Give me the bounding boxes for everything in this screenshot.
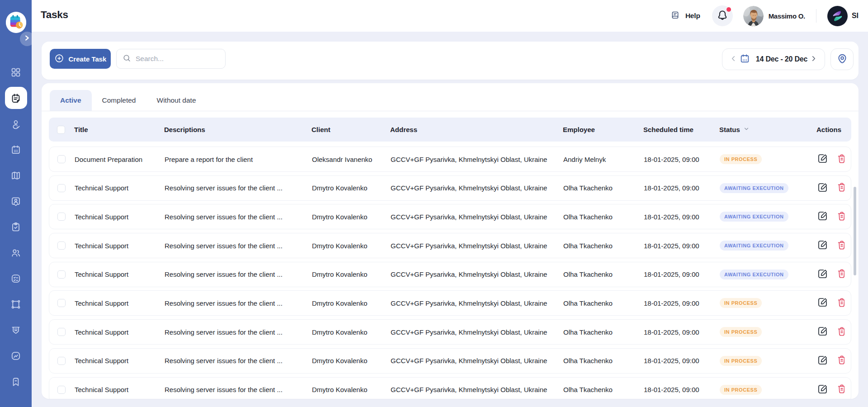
topbar: Tasks Help <box>32 0 868 32</box>
edit-row-button[interactable] <box>817 182 828 194</box>
cell-client: Dmytro Kovalenko <box>312 184 387 192</box>
delete-row-button[interactable] <box>836 240 844 252</box>
cell-description: Prepare a report for the client <box>165 156 308 163</box>
trash-icon <box>836 182 844 194</box>
sidebar-item-warehouse[interactable] <box>5 319 27 341</box>
map-view-button[interactable] <box>830 48 854 70</box>
cell-address: GCCV+GF Pysarivka, Khmelnytskyi Oblast, … <box>391 184 560 192</box>
edit-row-button[interactable] <box>817 326 828 338</box>
tab-without-date[interactable]: Without date <box>146 90 207 111</box>
cell-address: GCCV+GF Pysarivka, Khmelnytskyi Oblast, … <box>391 299 560 307</box>
row-checkbox[interactable] <box>57 299 66 307</box>
cell-scheduled-time: 18-01-2025, 09:00 <box>644 270 716 278</box>
edit-row-button[interactable] <box>817 153 828 166</box>
sidebar-item-map[interactable] <box>5 164 27 186</box>
search-input[interactable] <box>136 55 226 63</box>
workspace-menu[interactable]: SI <box>827 6 859 26</box>
cell-title: Technical Support <box>75 270 160 278</box>
cell-employee: Olha Tkachenko <box>563 386 640 393</box>
sort-chevron-icon <box>743 126 750 133</box>
delete-row-button[interactable] <box>836 355 844 367</box>
cell-address: GCCV+GF Pysarivka, Khmelnytskyi Oblast, … <box>391 156 560 163</box>
cell-client: Dmytro Kovalenko <box>312 299 387 307</box>
delete-row-button[interactable] <box>836 153 844 166</box>
delete-row-button[interactable] <box>836 182 844 194</box>
select-all-checkbox[interactable] <box>57 126 65 134</box>
date-range-picker: 14 Dec - 20 Dec <box>722 48 825 70</box>
sidebar-expand-button[interactable] <box>20 32 32 46</box>
sidebar-item-dashboard[interactable] <box>5 61 27 83</box>
date-next-button[interactable] <box>809 54 818 65</box>
edit-row-button[interactable] <box>817 210 828 223</box>
row-checkbox[interactable] <box>57 213 66 221</box>
clients-icon <box>10 118 21 129</box>
cell-title: Technical Support <box>75 184 160 192</box>
sidebar-item-tasks[interactable] <box>5 87 27 109</box>
cell-client: Dmytro Kovalenko <box>312 386 387 393</box>
edit-row-button[interactable] <box>817 355 828 367</box>
sidebar-item-team[interactable] <box>5 241 27 264</box>
cell-employee: Olha Tkachenko <box>563 299 640 307</box>
delete-row-button[interactable] <box>836 383 844 396</box>
col-employee: Employee <box>563 126 640 133</box>
user-menu[interactable]: Massimo O. <box>743 6 805 26</box>
edit-row-button[interactable] <box>817 268 828 281</box>
edit-row-button[interactable] <box>817 297 828 309</box>
cell-scheduled-time: 18-01-2025, 09:00 <box>644 357 716 364</box>
notification-dot <box>726 7 731 12</box>
cell-scheduled-time: 18-01-2025, 09:00 <box>644 328 716 336</box>
bookmarks-icon <box>10 376 21 387</box>
checklist-icon <box>10 273 21 284</box>
edit-pencil-icon <box>817 182 828 194</box>
delete-row-button[interactable] <box>836 326 844 338</box>
row-checkbox[interactable] <box>57 155 66 163</box>
sidebar-item-bookmarks[interactable] <box>5 370 27 393</box>
delete-row-button[interactable] <box>836 268 844 280</box>
page-title: Tasks <box>41 9 68 21</box>
col-descriptions: Descriptions <box>164 126 308 133</box>
tab-active[interactable]: Active <box>50 90 92 111</box>
edit-pencil-icon <box>817 268 828 281</box>
sidebar-item-employee-card[interactable] <box>5 190 27 212</box>
row-checkbox[interactable] <box>57 241 66 250</box>
sidebar-item-clients[interactable] <box>5 113 27 135</box>
workspace-logo <box>827 6 848 26</box>
help-book-icon <box>670 10 680 22</box>
col-status[interactable]: Status <box>719 126 814 133</box>
sidebar-item-checklist[interactable] <box>5 267 27 289</box>
date-prev-button[interactable] <box>729 54 738 65</box>
edit-pencil-icon <box>817 153 828 166</box>
row-checkbox[interactable] <box>57 184 66 192</box>
delete-row-button[interactable] <box>836 211 844 223</box>
trash-icon <box>836 297 844 309</box>
sidebar-item-statistics[interactable] <box>5 345 27 367</box>
edit-row-button[interactable] <box>817 239 828 252</box>
row-checkbox[interactable] <box>57 386 66 394</box>
tab-completed[interactable]: Completed <box>92 90 146 111</box>
cell-address: GCCV+GF Pysarivka, Khmelnytskyi Oblast, … <box>391 386 560 393</box>
cell-employee: Andriy Melnyk <box>563 156 640 163</box>
cell-scheduled-time: 18-01-2025, 09:00 <box>644 184 716 192</box>
row-checkbox[interactable] <box>57 357 66 365</box>
help-label: Help <box>685 12 700 20</box>
vertical-scrollbar[interactable] <box>854 187 856 275</box>
tabs: ActiveCompletedWithout date <box>42 83 859 111</box>
status-badge: IN PROCESS <box>720 154 762 164</box>
sidebar-item-orders[interactable] <box>5 216 27 238</box>
sidebar-item-calendar[interactable] <box>5 138 27 161</box>
trash-icon <box>836 211 844 223</box>
create-task-button[interactable]: Create Task <box>50 49 111 69</box>
row-checkbox[interactable] <box>57 328 66 336</box>
delete-row-button[interactable] <box>836 297 844 309</box>
cell-scheduled-time: 18-01-2025, 09:00 <box>644 213 716 221</box>
app-logo[interactable] <box>6 13 26 33</box>
row-checkbox[interactable] <box>57 270 66 279</box>
sidebar-item-objects[interactable] <box>5 293 27 315</box>
col-title: Title <box>74 126 160 133</box>
date-range-label: 14 Dec - 20 Dec <box>756 55 807 63</box>
edit-pencil-icon <box>817 297 828 309</box>
help-button[interactable]: Help <box>670 10 700 22</box>
edit-row-button[interactable] <box>817 383 828 396</box>
notifications-button[interactable] <box>712 5 733 26</box>
search-icon <box>122 53 132 65</box>
